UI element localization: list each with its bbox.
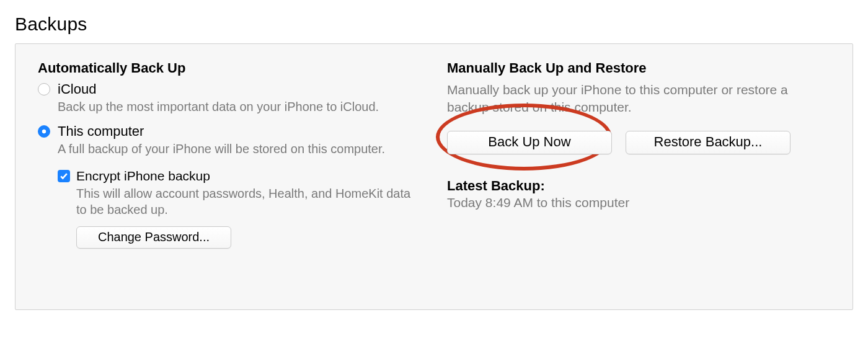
section-title: Backups [15,14,853,35]
checkbox-encrypt-backup[interactable]: Encrypt iPhone backup This will allow ac… [58,168,422,218]
back-up-now-button[interactable]: Back Up Now [447,131,612,154]
backups-panel: Automatically Back Up iCloud Back up the… [15,43,853,310]
radio-label-this-computer: This computer [58,123,422,140]
radio-icon [38,83,50,95]
radio-label-icloud: iCloud [58,81,422,97]
radio-desc-icloud: Back up the most important data on your … [58,99,422,115]
radio-option-icloud[interactable]: iCloud Back up the most important data o… [38,81,422,115]
latest-backup-heading: Latest Backup: [447,178,830,194]
latest-backup-value: Today 8:49 AM to this computer [447,195,830,210]
checkmark-icon [58,170,70,182]
auto-backup-heading: Automatically Back Up [38,60,422,76]
restore-backup-button[interactable]: Restore Backup... [626,131,790,154]
manual-backup-desc: Manually back up your iPhone to this com… [447,81,819,116]
manual-backup-heading: Manually Back Up and Restore [447,60,830,76]
auto-backup-column: Automatically Back Up iCloud Back up the… [38,60,422,249]
manual-backup-column: Manually Back Up and Restore Manually ba… [447,60,830,249]
checkbox-label-encrypt: Encrypt iPhone backup [76,168,422,184]
radio-desc-this-computer: A full backup of your iPhone will be sto… [58,141,422,157]
radio-icon [38,125,50,138]
change-password-button[interactable]: Change Password... [76,226,231,249]
radio-option-this-computer[interactable]: This computer A full backup of your iPho… [38,123,422,157]
checkbox-desc-encrypt: This will allow account passwords, Healt… [76,185,422,218]
